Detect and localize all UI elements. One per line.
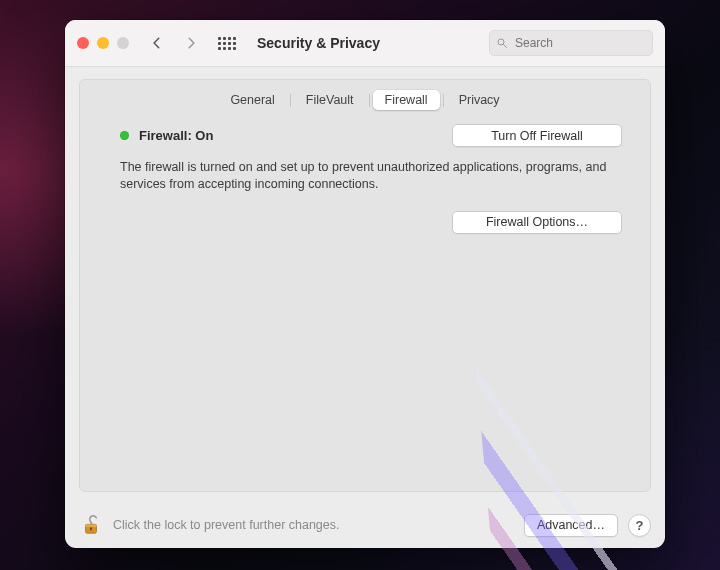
search-field[interactable] xyxy=(489,30,653,56)
preferences-window: Security & Privacy General FileVault Fir… xyxy=(65,20,665,548)
content-area-wrap: General FileVault Firewall Privacy Firew… xyxy=(65,67,665,502)
help-button[interactable]: ? xyxy=(628,514,651,537)
firewall-status-label: Firewall: On xyxy=(139,128,213,143)
chevron-left-icon xyxy=(150,36,164,50)
firewall-pane: Firewall: On Turn Off Firewall The firew… xyxy=(80,124,650,234)
lock-button[interactable] xyxy=(79,513,103,537)
tab-general[interactable]: General xyxy=(218,90,286,110)
tab-separator xyxy=(369,94,370,107)
search-input[interactable] xyxy=(513,35,646,51)
tab-firewall[interactable]: Firewall xyxy=(373,90,440,110)
firewall-status-row: Firewall: On Turn Off Firewall xyxy=(120,124,622,147)
unlocked-lock-icon xyxy=(80,514,102,536)
zoom-window-button[interactable] xyxy=(117,37,129,49)
close-window-button[interactable] xyxy=(77,37,89,49)
footer-bar: Click the lock to prevent further change… xyxy=(65,502,665,548)
status-indicator-dot xyxy=(120,131,129,140)
back-button[interactable] xyxy=(145,31,169,55)
content-panel: General FileVault Firewall Privacy Firew… xyxy=(79,79,651,492)
window-title: Security & Privacy xyxy=(257,35,380,51)
tab-separator xyxy=(290,94,291,107)
window-controls xyxy=(77,37,129,49)
svg-line-1 xyxy=(504,45,507,48)
firewall-description: The firewall is turned on and set up to … xyxy=(120,159,622,193)
firewall-options-button[interactable]: Firewall Options… xyxy=(452,211,622,234)
tab-filevault[interactable]: FileVault xyxy=(294,90,366,110)
turn-off-firewall-button[interactable]: Turn Off Firewall xyxy=(452,124,622,147)
tab-separator xyxy=(443,94,444,107)
tab-bar: General FileVault Firewall Privacy xyxy=(80,80,650,124)
tab-privacy[interactable]: Privacy xyxy=(447,90,512,110)
svg-rect-3 xyxy=(86,524,97,527)
lock-hint-text: Click the lock to prevent further change… xyxy=(113,518,514,532)
titlebar: Security & Privacy xyxy=(65,20,665,67)
svg-rect-5 xyxy=(90,528,91,530)
svg-point-0 xyxy=(498,39,504,45)
advanced-button[interactable]: Advanced… xyxy=(524,514,618,537)
minimize-window-button[interactable] xyxy=(97,37,109,49)
search-icon xyxy=(496,37,508,49)
desktop-background: Security & Privacy General FileVault Fir… xyxy=(0,0,720,570)
chevron-right-icon xyxy=(184,36,198,50)
show-all-prefs-button[interactable] xyxy=(217,33,237,53)
forward-button[interactable] xyxy=(179,31,203,55)
